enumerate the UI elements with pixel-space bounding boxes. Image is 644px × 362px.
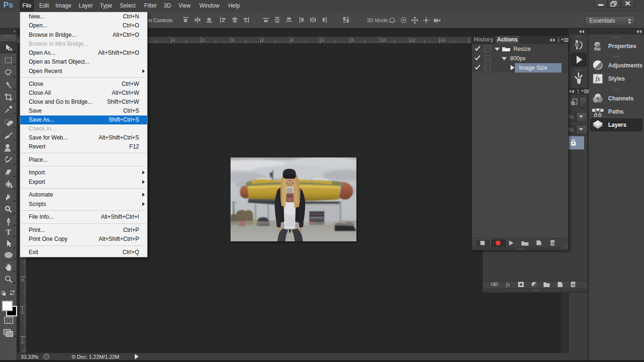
svg-text:0: 0 [21, 310, 24, 315]
svg-text:4: 4 [291, 38, 294, 42]
svg-text:2: 2 [202, 38, 205, 42]
svg-text:14: 14 [440, 38, 445, 42]
svg-text:T: T [6, 228, 11, 237]
svg-text:2: 2 [262, 38, 264, 42]
svg-text:8: 8 [351, 38, 354, 42]
svg-text:0: 0 [232, 38, 234, 42]
svg-text:fx: fx [595, 75, 601, 82]
svg-text:fx: fx [506, 281, 510, 288]
svg-text:8: 8 [21, 278, 24, 282]
svg-text:2: 2 [21, 340, 24, 345]
svg-text:12: 12 [411, 38, 415, 42]
svg-text:10: 10 [381, 38, 386, 42]
svg-text:4: 4 [173, 38, 175, 42]
svg-text:Superdawg: Superdawg [311, 213, 322, 215]
svg-text:6: 6 [322, 38, 324, 42]
